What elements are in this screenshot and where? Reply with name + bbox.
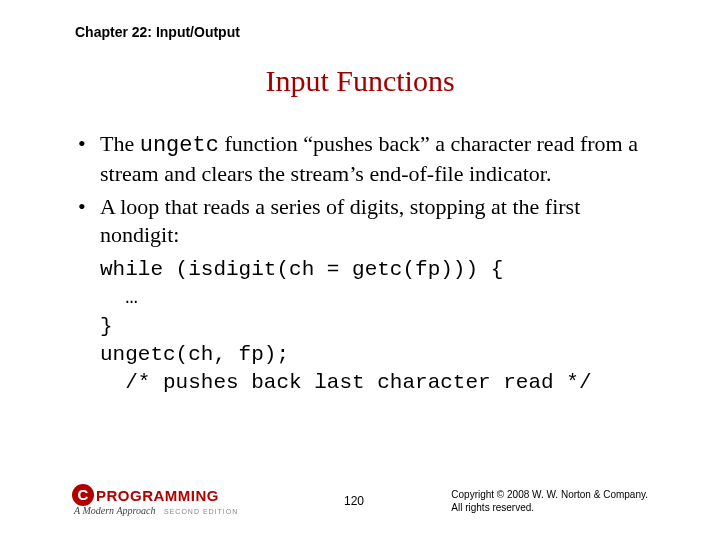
bullet-text-pre: The (100, 131, 140, 156)
copyright-line: Copyright © 2008 W. W. Norton & Company. (451, 488, 648, 501)
logo-subtitle-text: A Modern Approach (74, 505, 155, 516)
copyright-line: All rights reserved. (451, 501, 648, 514)
copyright: Copyright © 2008 W. W. Norton & Company.… (451, 488, 648, 514)
inline-code: ungetc (140, 133, 219, 158)
footer: CPROGRAMMING A Modern Approach SECOND ED… (72, 474, 648, 516)
bullet-list: The ungetc function “pushes back” a char… (78, 130, 658, 248)
bullet-item: The ungetc function “pushes back” a char… (78, 130, 658, 187)
slide-title: Input Functions (0, 64, 720, 98)
logo-edition: SECOND EDITION (164, 508, 238, 515)
page-number: 120 (344, 494, 364, 508)
slide: Chapter 22: Input/Output Input Functions… (0, 0, 720, 540)
bullet-item: A loop that reads a series of digits, st… (78, 193, 658, 248)
logo-subtitle: A Modern Approach SECOND EDITION (74, 505, 238, 516)
bullet-text: A loop that reads a series of digits, st… (100, 194, 580, 247)
book-logo: CPROGRAMMING A Modern Approach SECOND ED… (72, 484, 238, 516)
logo-word: PROGRAMMING (96, 487, 219, 504)
c-badge-icon: C (72, 484, 94, 506)
code-block: while (isdigit(ch = getc(fp))) { … } ung… (100, 256, 658, 398)
slide-body: The ungetc function “pushes back” a char… (78, 130, 658, 398)
chapter-label: Chapter 22: Input/Output (75, 24, 240, 40)
